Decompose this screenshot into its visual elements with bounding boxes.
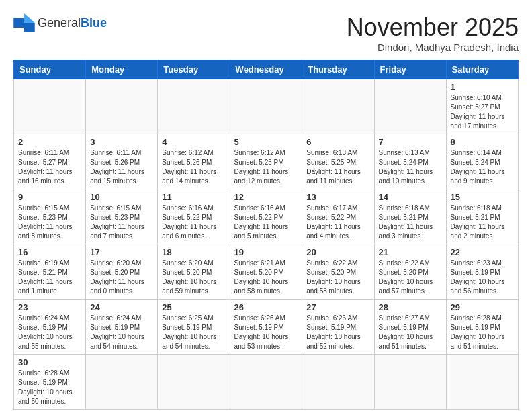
day-number: 12 [234, 192, 298, 202]
day-info: Sunrise: 6:12 AM Sunset: 5:25 PM Dayligh… [234, 148, 298, 186]
day-number: 5 [234, 137, 298, 147]
day-number: 8 [451, 137, 514, 147]
day-info: Sunrise: 6:20 AM Sunset: 5:20 PM Dayligh… [162, 259, 225, 296]
day-number: 6 [306, 137, 369, 147]
svg-marker-1 [24, 13, 35, 23]
calendar-cell: 3Sunrise: 6:11 AM Sunset: 5:26 PM Daylig… [86, 134, 158, 189]
day-info: Sunrise: 6:15 AM Sunset: 5:23 PM Dayligh… [90, 203, 153, 241]
calendar-cell: 11Sunrise: 6:16 AM Sunset: 5:22 PM Dayli… [158, 189, 230, 244]
calendar-cell: 9Sunrise: 6:15 AM Sunset: 5:23 PM Daylig… [14, 189, 86, 244]
day-info: Sunrise: 6:10 AM Sunset: 5:27 PM Dayligh… [451, 93, 514, 131]
calendar-cell: 12Sunrise: 6:16 AM Sunset: 5:22 PM Dayli… [230, 189, 302, 244]
calendar-cell: 22Sunrise: 6:23 AM Sunset: 5:19 PM Dayli… [446, 244, 518, 300]
calendar-cell: 15Sunrise: 6:18 AM Sunset: 5:21 PM Dayli… [446, 189, 518, 244]
day-number: 10 [90, 192, 153, 202]
weekday-header-thursday: Thursday [302, 60, 374, 79]
day-number: 24 [90, 302, 153, 312]
day-info: Sunrise: 6:26 AM Sunset: 5:19 PM Dayligh… [234, 314, 298, 351]
weekday-header-saturday: Saturday [446, 60, 518, 79]
calendar-cell [374, 355, 446, 410]
day-info: Sunrise: 6:18 AM Sunset: 5:21 PM Dayligh… [379, 203, 442, 241]
calendar-cell: 20Sunrise: 6:22 AM Sunset: 5:20 PM Dayli… [302, 244, 374, 300]
day-number: 25 [162, 302, 225, 312]
calendar-cell: 14Sunrise: 6:18 AM Sunset: 5:21 PM Dayli… [374, 189, 446, 244]
day-number: 20 [306, 247, 369, 257]
month-title: November 2025 [347, 13, 519, 42]
calendar-cell: 2Sunrise: 6:11 AM Sunset: 5:27 PM Daylig… [14, 134, 86, 189]
day-info: Sunrise: 6:22 AM Sunset: 5:20 PM Dayligh… [379, 259, 442, 296]
calendar-week-row: 2Sunrise: 6:11 AM Sunset: 5:27 PM Daylig… [14, 134, 519, 189]
location: Dindori, Madhya Pradesh, India [347, 42, 519, 53]
weekday-header-wednesday: Wednesday [230, 60, 302, 79]
day-number: 4 [162, 137, 225, 147]
calendar-cell: 28Sunrise: 6:27 AM Sunset: 5:19 PM Dayli… [374, 300, 446, 355]
day-number: 7 [379, 137, 442, 147]
day-number: 23 [18, 302, 81, 312]
day-info: Sunrise: 6:24 AM Sunset: 5:19 PM Dayligh… [90, 314, 153, 351]
day-info: Sunrise: 6:13 AM Sunset: 5:24 PM Dayligh… [379, 148, 442, 186]
calendar-cell: 5Sunrise: 6:12 AM Sunset: 5:25 PM Daylig… [230, 134, 302, 189]
calendar-cell: 30Sunrise: 6:28 AM Sunset: 5:19 PM Dayli… [14, 355, 86, 410]
day-number: 19 [234, 247, 298, 257]
day-number: 3 [90, 137, 153, 147]
day-info: Sunrise: 6:26 AM Sunset: 5:19 PM Dayligh… [306, 314, 369, 351]
day-number: 14 [379, 192, 442, 202]
svg-rect-0 [13, 18, 24, 28]
calendar-cell [446, 355, 518, 410]
day-info: Sunrise: 6:13 AM Sunset: 5:25 PM Dayligh… [306, 148, 369, 186]
calendar-cell: 1Sunrise: 6:10 AM Sunset: 5:27 PM Daylig… [446, 79, 518, 134]
weekday-header-tuesday: Tuesday [158, 60, 230, 79]
day-info: Sunrise: 6:14 AM Sunset: 5:24 PM Dayligh… [451, 148, 514, 186]
day-number: 13 [306, 192, 369, 202]
day-number: 11 [162, 192, 225, 202]
day-number: 9 [18, 192, 81, 202]
calendar-cell: 19Sunrise: 6:21 AM Sunset: 5:20 PM Dayli… [230, 244, 302, 300]
day-info: Sunrise: 6:11 AM Sunset: 5:27 PM Dayligh… [18, 148, 81, 186]
day-info: Sunrise: 6:21 AM Sunset: 5:20 PM Dayligh… [234, 259, 298, 296]
day-number: 27 [306, 302, 369, 312]
calendar-cell [86, 355, 158, 410]
day-info: Sunrise: 6:19 AM Sunset: 5:21 PM Dayligh… [18, 259, 81, 296]
day-info: Sunrise: 6:18 AM Sunset: 5:21 PM Dayligh… [451, 203, 514, 241]
day-number: 2 [18, 137, 81, 147]
calendar: SundayMondayTuesdayWednesdayThursdayFrid… [13, 60, 519, 410]
generalblue-logo-icon [13, 13, 35, 32]
day-info: Sunrise: 6:16 AM Sunset: 5:22 PM Dayligh… [162, 203, 225, 241]
header: GeneralBlue November 2025 Dindori, Madhy… [13, 13, 519, 53]
calendar-cell [158, 79, 230, 134]
weekday-header-row: SundayMondayTuesdayWednesdayThursdayFrid… [14, 60, 519, 79]
day-info: Sunrise: 6:20 AM Sunset: 5:20 PM Dayligh… [90, 259, 153, 296]
day-info: Sunrise: 6:12 AM Sunset: 5:26 PM Dayligh… [162, 148, 225, 186]
day-number: 30 [18, 357, 81, 367]
calendar-week-row: 1Sunrise: 6:10 AM Sunset: 5:27 PM Daylig… [14, 79, 519, 134]
calendar-cell: 10Sunrise: 6:15 AM Sunset: 5:23 PM Dayli… [86, 189, 158, 244]
day-number: 18 [162, 247, 225, 257]
logo-text: GeneralBlue [38, 17, 107, 29]
weekday-header-monday: Monday [86, 60, 158, 79]
day-info: Sunrise: 6:23 AM Sunset: 5:19 PM Dayligh… [451, 259, 514, 296]
calendar-cell [374, 79, 446, 134]
calendar-cell: 24Sunrise: 6:24 AM Sunset: 5:19 PM Dayli… [86, 300, 158, 355]
calendar-week-row: 16Sunrise: 6:19 AM Sunset: 5:21 PM Dayli… [14, 244, 519, 300]
calendar-cell [230, 79, 302, 134]
calendar-cell: 23Sunrise: 6:24 AM Sunset: 5:19 PM Dayli… [14, 300, 86, 355]
calendar-week-row: 23Sunrise: 6:24 AM Sunset: 5:19 PM Dayli… [14, 300, 519, 355]
calendar-cell [14, 79, 86, 134]
day-info: Sunrise: 6:22 AM Sunset: 5:20 PM Dayligh… [306, 259, 369, 296]
calendar-cell: 18Sunrise: 6:20 AM Sunset: 5:20 PM Dayli… [158, 244, 230, 300]
day-info: Sunrise: 6:17 AM Sunset: 5:22 PM Dayligh… [306, 203, 369, 241]
weekday-header-sunday: Sunday [14, 60, 86, 79]
day-number: 16 [18, 247, 81, 257]
svg-marker-2 [24, 23, 35, 32]
day-info: Sunrise: 6:28 AM Sunset: 5:19 PM Dayligh… [451, 314, 514, 351]
weekday-header-friday: Friday [374, 60, 446, 79]
title-area: November 2025 Dindori, Madhya Pradesh, I… [347, 13, 519, 53]
calendar-cell: 7Sunrise: 6:13 AM Sunset: 5:24 PM Daylig… [374, 134, 446, 189]
day-info: Sunrise: 6:11 AM Sunset: 5:26 PM Dayligh… [90, 148, 153, 186]
calendar-cell [302, 79, 374, 134]
day-number: 28 [379, 302, 442, 312]
calendar-cell [302, 355, 374, 410]
day-info: Sunrise: 6:16 AM Sunset: 5:22 PM Dayligh… [234, 203, 298, 241]
calendar-cell: 26Sunrise: 6:26 AM Sunset: 5:19 PM Dayli… [230, 300, 302, 355]
calendar-cell: 4Sunrise: 6:12 AM Sunset: 5:26 PM Daylig… [158, 134, 230, 189]
